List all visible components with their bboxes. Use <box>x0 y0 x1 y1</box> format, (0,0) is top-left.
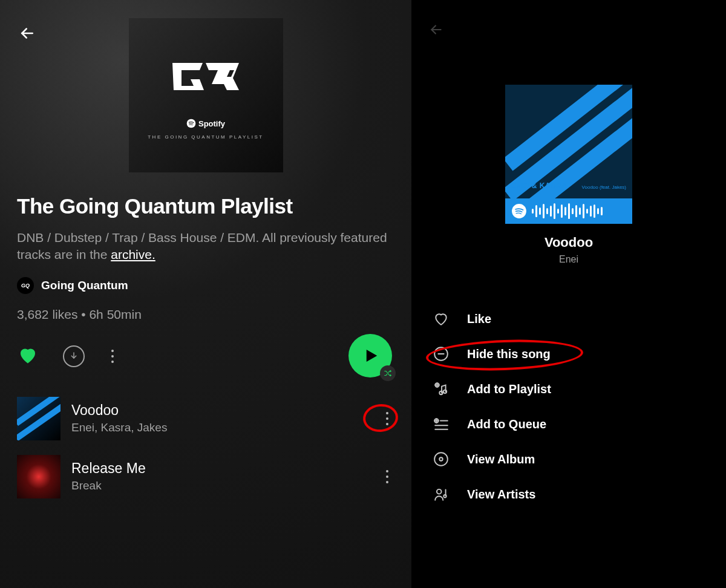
svg-point-4 <box>439 391 442 394</box>
description-text: DNB / Dubstep / Trap / Bass House / EDM.… <box>17 230 387 261</box>
track-artwork <box>17 455 60 498</box>
svg-point-10 <box>443 495 446 497</box>
playlist-title: The Going Quantum Playlist <box>17 194 394 218</box>
gq-logo-icon <box>166 57 245 102</box>
archive-link[interactable]: archive. <box>111 247 155 261</box>
menu-label: Add to Queue <box>467 417 546 431</box>
hide-icon <box>432 346 450 362</box>
add-playlist-icon <box>432 381 450 397</box>
track-title: Voodoo <box>71 402 369 419</box>
cover-song-label: Voodoo (feat. Jakes) <box>582 185 626 190</box>
play-button[interactable] <box>348 334 392 377</box>
menu-item-view-album[interactable]: View Album <box>432 442 705 477</box>
svg-point-5 <box>443 390 446 393</box>
spotify-icon <box>511 203 527 219</box>
spotify-label: Spotify <box>198 119 225 128</box>
more-options-button[interactable] <box>111 350 114 363</box>
track-row[interactable]: Release Me Break <box>17 455 394 498</box>
track-artist: Enei, Kasra, Jakes <box>71 421 369 434</box>
menu-label: View Artists <box>467 488 535 501</box>
menu-item-hide-song[interactable]: Hide this song <box>432 336 705 371</box>
playlist-description: DNB / Dubstep / Trap / Bass House / EDM.… <box>17 229 392 264</box>
track-more-button[interactable] <box>380 406 394 431</box>
back-button[interactable] <box>428 22 444 40</box>
spotify-badge: Spotify <box>186 119 225 128</box>
menu-label: Hide this song <box>467 347 551 361</box>
menu-label: Add to Playlist <box>467 382 551 396</box>
artists-icon <box>432 486 450 502</box>
track-title: Release Me <box>71 460 369 477</box>
song-artist: Enei <box>559 254 578 265</box>
svg-point-7 <box>434 452 448 466</box>
menu-item-view-artists[interactable]: View Artists <box>432 477 705 512</box>
svg-point-9 <box>437 489 442 494</box>
cover-subtitle: THE GOING QUANTUM PLAYLIST <box>148 134 264 140</box>
svg-point-8 <box>439 457 442 460</box>
menu-label: Like <box>467 312 491 326</box>
playlist-cover: Spotify THE GOING QUANTUM PLAYLIST <box>129 18 283 172</box>
track-artist: Break <box>71 479 369 492</box>
likes-count: 3,682 likes <box>17 307 77 321</box>
back-button[interactable] <box>18 24 36 45</box>
song-title: Voodoo <box>544 235 593 250</box>
download-button[interactable] <box>63 345 85 367</box>
duration: 6h 50min <box>89 307 141 321</box>
track-row[interactable]: Voodoo Enei, Kasra, Jakes <box>17 397 394 440</box>
track-more-button[interactable] <box>380 464 394 489</box>
add-queue-icon <box>432 416 450 432</box>
shuffle-badge-icon <box>380 365 396 381</box>
heart-icon <box>432 311 450 327</box>
like-button[interactable] <box>17 344 39 368</box>
playlist-stats: 3,682 likes • 6h 50min <box>17 307 394 322</box>
menu-item-like[interactable]: Like <box>432 301 705 336</box>
menu-item-add-playlist[interactable]: Add to Playlist <box>432 371 705 407</box>
author-avatar[interactable]: GQ <box>17 277 34 294</box>
cover-artist-label: ENEI & KASRA <box>511 181 567 190</box>
track-artwork <box>17 397 60 440</box>
album-icon <box>432 451 450 467</box>
menu-item-add-queue[interactable]: Add to Queue <box>432 407 705 442</box>
spotify-code <box>505 198 632 224</box>
author-name[interactable]: Going Quantum <box>41 279 128 292</box>
menu-label: View Album <box>467 452 535 466</box>
song-cover: ENEI & KASRA Voodoo (feat. Jakes) <box>505 85 632 224</box>
